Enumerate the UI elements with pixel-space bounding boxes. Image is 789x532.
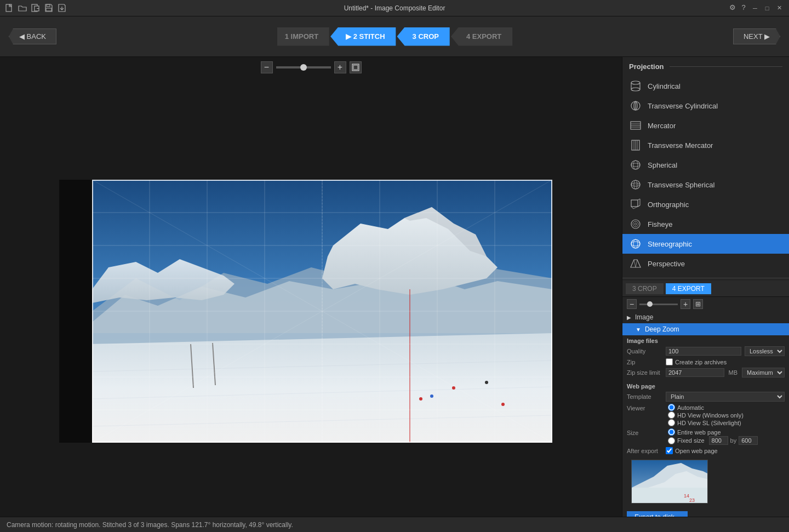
zoom-fit-btn[interactable] [350,61,362,73]
export-zoom-slider[interactable] [639,304,678,305]
projection-perspective[interactable]: Perspective [622,254,789,273]
svg-point-76 [631,239,640,248]
import-icon[interactable] [31,3,41,13]
back-button[interactable]: ◀ BACK [9,28,56,44]
svg-point-74 [633,221,638,227]
quality-label: Quality [627,348,662,354]
projection-fisheye[interactable]: Fisheye [622,214,789,234]
projection-transverse-spherical[interactable]: Transverse Spherical [622,175,789,195]
projection-stereographic[interactable]: Stereographic [622,234,789,254]
after-export-row: After export Open web page [622,446,789,455]
zoom-in-btn[interactable]: + [334,61,346,73]
stereographic-icon [629,237,642,250]
new-icon[interactable] [4,3,14,13]
projection-transverse-cylindrical[interactable]: Transverse Cylindrical [622,96,789,116]
svg-point-61 [633,161,638,169]
tree-deep-zoom-label: Deep Zoom [645,325,679,333]
after-export-checkbox[interactable] [666,447,673,454]
step-export[interactable]: 4 EXPORT [451,27,512,46]
viewer-hd-label: HD View (Windows only) [677,412,744,419]
open-folder-icon[interactable] [18,3,27,13]
svg-point-75 [634,223,637,225]
crop-step-tab[interactable]: 3 CROP [626,283,664,294]
svg-point-78 [633,239,638,248]
after-export-text: Open web page [675,448,718,454]
svg-line-70 [631,207,633,209]
next-button[interactable]: NEXT ▶ [733,28,780,44]
viewer-auto-radio[interactable] [668,404,675,411]
after-export-label: After export [627,448,662,454]
quality-type-select[interactable]: Lossless Lossy [745,346,785,356]
svg-marker-79 [631,260,641,267]
export-fit-btn[interactable]: ⊞ [693,299,703,309]
size-separator: by [730,437,737,444]
zoom-out-btn[interactable]: − [261,61,273,73]
save-icon[interactable] [44,3,54,13]
svg-rect-5 [47,4,50,7]
titlebar: Untitled* - Image Composite Editor ⚙ ? ─… [0,0,789,16]
viewer-auto-label: Automatic [677,404,704,411]
zoom-slider[interactable] [276,66,331,68]
orthographic-label: Orthographic [648,201,689,209]
viewer-hdsl-label: HD View SL (Silverlight) [677,420,741,426]
orthographic-icon [629,198,642,211]
zip-size-input[interactable] [666,368,724,377]
size-fixed-radio[interactable] [668,437,675,444]
projection-cylindrical[interactable]: Cylindrical [622,76,789,96]
cylindrical-label: Cylindrical [648,82,681,90]
maximize-btn[interactable]: □ [762,3,773,14]
export-save-icon[interactable] [57,3,67,13]
tree-deep-zoom[interactable]: ▼ Deep Zoom [622,323,789,335]
viewer-hd-radio[interactable] [668,411,675,419]
tree-image[interactable]: ▶ Image [622,311,789,323]
canvas-area[interactable]: − + [0,57,622,517]
projection-orthographic[interactable]: Orthographic [622,195,789,214]
export-zoom-in-btn[interactable]: + [681,299,690,309]
svg-text:23: 23 [689,497,695,503]
minimize-btn[interactable]: ─ [750,3,761,14]
viewer-hdsl-radio[interactable] [668,419,675,426]
export-step-tab[interactable]: 4 EXPORT [666,283,711,294]
viewer-label: Viewer [627,405,662,411]
quality-row: Quality Lossless Lossy [622,345,789,357]
export-disk-button[interactable]: Export to disk... [627,511,688,517]
settings-icon[interactable]: ⚙ [728,3,737,13]
size-options: Entire web page Fixed size by [666,428,758,445]
transverse-spherical-icon [629,178,642,191]
toolbar: ◀ BACK 1 IMPORT ▶ 2 STITCH 3 CROP 4 EXPO… [0,16,789,57]
step3-num: 3 CROP [413,32,439,41]
svg-point-77 [631,242,640,246]
web-page-header: Web page [622,381,789,391]
tree-image-label: Image [635,313,653,321]
pano-image [92,180,552,443]
help-icon[interactable]: ? [739,3,748,13]
viewer-hd: HD View (Windows only) [668,411,744,419]
transverse-cylindrical-icon [629,99,642,112]
zip-max-select[interactable]: Maximum [742,368,785,377]
step-import[interactable]: 1 IMPORT [277,27,329,46]
svg-point-60 [631,161,640,169]
viewer-auto: Automatic [668,404,744,411]
projection-spherical[interactable]: Spherical [622,155,789,175]
close-btn[interactable]: ✕ [774,3,785,14]
svg-point-46 [631,88,640,91]
export-section-header: 3 CROP 4 EXPORT [622,281,789,297]
size-entire-radio[interactable] [668,428,675,436]
export-zoom-out-btn[interactable]: − [627,299,637,309]
projection-mercator[interactable]: Mercator [622,116,789,135]
zip-checkbox[interactable] [666,358,673,365]
size-fixed-label: Fixed size [677,437,705,444]
svg-rect-85 [632,488,708,504]
zoom-controls: − + [261,61,362,73]
size-h-input[interactable] [739,436,758,445]
quality-input[interactable] [666,347,741,356]
step-crop[interactable]: 3 CROP [397,27,450,46]
size-entire: Entire web page [668,428,758,436]
template-select[interactable]: Plain [666,392,785,402]
projection-transverse-mercator[interactable]: Transverse Mercator [622,135,789,155]
step-stitch[interactable]: ▶ 2 STITCH [330,27,396,46]
size-w-input[interactable] [709,436,728,445]
zip-size-unit: MB [729,369,738,376]
svg-point-26 [501,403,505,406]
step1-num: 1 IMPORT [285,32,318,41]
